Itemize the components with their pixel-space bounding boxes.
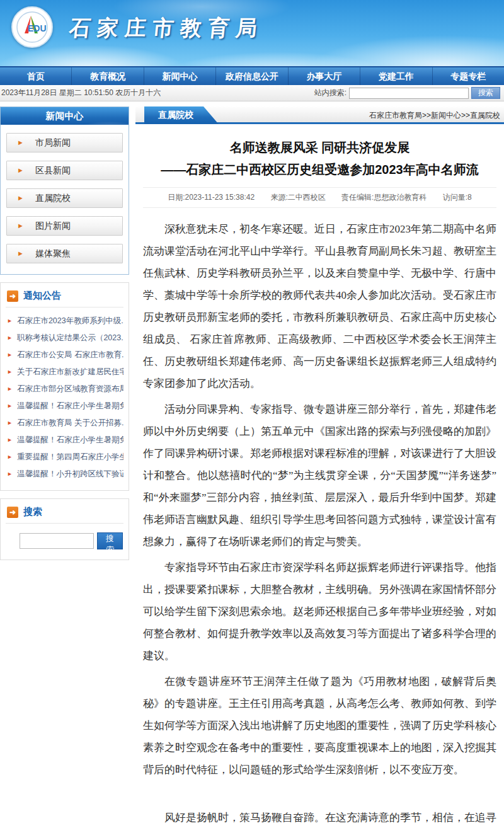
article-body: 深秋意犹未尽，初冬乍寒还暖。近日，石家庄市2023年第二期高中名师流动课堂活动在… bbox=[142, 208, 498, 833]
nav-item[interactable]: 新闻中心 bbox=[144, 67, 215, 85]
news-center-menu: ► 市局新闻 ► 区县新闻 ► 直属院校 ► bbox=[1, 125, 129, 274]
article-meta-field: 来源:二中西校区 bbox=[270, 193, 325, 202]
notice-list-item-label: 石家庄市2023年教师系列中级... bbox=[17, 313, 123, 330]
arrow-right-icon: ► bbox=[17, 189, 24, 207]
arrow-badge-icon: ➜ bbox=[7, 290, 18, 302]
main-column: 直属院校 石家庄市教育局>>新闻中心>>直属院校 名师送教展风采 同研共济促发展… bbox=[135, 106, 504, 833]
notice-list-item-label: 温馨提醒！石家庄小学生暑期免费... bbox=[17, 432, 123, 449]
site-search: 站内搜索: 搜索 bbox=[314, 87, 500, 99]
article-title-line1: 名师送教展风采 同研共济促发展 bbox=[230, 141, 410, 154]
site-search-input[interactable] bbox=[349, 88, 469, 99]
site-logo-emblem: EDU bbox=[16, 11, 49, 43]
site-search-label: 站内搜索: bbox=[314, 88, 346, 98]
triangle-bullet-icon: ► bbox=[7, 347, 13, 364]
article-title-line2: ——石家庄二中西校区历史组受邀参加2023年高中名师流 bbox=[161, 163, 479, 176]
sidebar-menu-item-label: 媒体聚焦 bbox=[35, 248, 71, 258]
nav-item[interactable]: 政府信息公开 bbox=[215, 67, 287, 85]
sidebar-menu-item-label: 图片新闻 bbox=[35, 221, 71, 231]
nav-item[interactable]: 首页 bbox=[0, 67, 71, 85]
news-center-panel: 新闻中心 ► 市局新闻 ► 区县新闻 ► 直属院校 bbox=[0, 106, 129, 275]
search-panel-form: 搜索 bbox=[6, 524, 123, 552]
article-meta: 日期:2023-11-23 15:38:42 来源:二中西校区 责任编辑:思想政… bbox=[143, 187, 496, 208]
datetime-text: 2023年11月28日 星期二 10:51:50 农历十月十六 bbox=[1, 88, 161, 98]
site-search-button[interactable]: 搜索 bbox=[471, 87, 500, 99]
article-paragraph: 专家指导环节由石家庄市资深学科名师赵振辉老师进行评课指导。他指出，授课要紧扣课标… bbox=[143, 556, 496, 667]
site-banner: EDU 石家庄市教育局 bbox=[0, 0, 504, 66]
notice-list-item-label: 温馨提醒！小升初跨区线下验证时... bbox=[17, 466, 123, 483]
main-nav: 首页 教育概况 新闻中心 政府信息公开 办事大厅 党建工作 专题专栏 bbox=[0, 66, 504, 85]
notice-list-item[interactable]: ► 石家庄市公安局 石家庄市教育... bbox=[7, 347, 123, 364]
sidebar-menu-item[interactable]: ► 市局新闻 bbox=[6, 133, 123, 152]
arrow-right-icon: ► bbox=[17, 244, 24, 263]
triangle-bullet-icon: ► bbox=[7, 415, 13, 432]
triangle-bullet-icon: ► bbox=[7, 398, 13, 415]
article-paragraph: 在微专题讲座环节王润萍主任做了题为《巧用教材地图，破解背后奥秘》的专题讲座。王主… bbox=[143, 670, 496, 781]
arrow-right-icon: ► bbox=[17, 161, 24, 180]
tab-current-section[interactable]: 直属院校 bbox=[144, 106, 219, 124]
notice-list-item[interactable]: ► 关于石家庄市新改扩建居民住宅项... bbox=[7, 364, 123, 381]
notice-list-item-label: 职称考核认定结果公示（2023... bbox=[17, 330, 123, 347]
sidebar-menu-item-label: 直属院校 bbox=[35, 193, 71, 203]
article-paragraph: 活动分同课异构、专家指导、微专题讲座三部分举行，首先，郑建伟老师以中外历史纲要（… bbox=[143, 398, 496, 553]
news-center-title: 新闻中心 bbox=[1, 107, 129, 125]
notice-panel-header: ➜ 通知公告 bbox=[6, 289, 123, 307]
triangle-bullet-icon: ► bbox=[7, 466, 13, 483]
notice-list-item-label: 石家庄市教育局 关于公开招募... bbox=[17, 415, 123, 432]
article-title: 名师送教展风采 同研共济促发展 ——石家庄二中西校区历史组受邀参加2023年高中… bbox=[149, 137, 490, 181]
notice-list-item[interactable]: ► 石家庄市部分区域教育资源布局规... bbox=[7, 381, 123, 398]
search-panel: ➜ 搜索 搜索 bbox=[0, 498, 129, 560]
sidebar-search-input[interactable] bbox=[20, 533, 94, 549]
info-bar: 2023年11月28日 星期二 10:51:50 农历十月十六 站内搜索: 搜索 bbox=[0, 85, 504, 101]
triangle-bullet-icon: ► bbox=[7, 381, 13, 398]
sidebar-search-button[interactable]: 搜索 bbox=[97, 532, 123, 549]
notice-list-item-label: 石家庄市公安局 石家庄市教育... bbox=[17, 347, 123, 364]
article-meta-field: 责任编辑:思想政治教育科 bbox=[341, 193, 427, 202]
sidebar-menu-item-label: 市局新闻 bbox=[35, 137, 71, 147]
notice-list-item[interactable]: ► 石家庄市教育局 关于公开招募... bbox=[7, 415, 123, 432]
triangle-bullet-icon: ► bbox=[7, 364, 13, 381]
article-paragraph: 深秋意犹未尽，初冬乍寒还暖。近日，石家庄市2023年第二期高中名师流动课堂活动在… bbox=[143, 218, 496, 394]
notice-list-item-label: 关于石家庄市新改扩建居民住宅项... bbox=[17, 364, 123, 381]
article-paragraph: 风好是扬帆时，策马扬鞭自奋蹄。在这充满诗意的季节，相信，在追寻理想课堂的过程中，… bbox=[143, 807, 496, 833]
section-tab-bar: 直属院校 石家庄市教育局>>新闻中心>>直属院校 bbox=[135, 106, 504, 124]
search-panel-title: 搜索 bbox=[23, 506, 42, 518]
site-logo-text: EDU bbox=[28, 23, 47, 33]
notice-list-item[interactable]: ► 职称考核认定结果公示（2023... bbox=[7, 330, 123, 347]
triangle-bullet-icon: ► bbox=[7, 330, 13, 347]
notice-list-item-label: 石家庄市部分区域教育资源布局规... bbox=[17, 381, 123, 398]
sidebar-menu-item[interactable]: ► 图片新闻 bbox=[6, 216, 123, 236]
notice-list-item[interactable]: ► 温馨提醒！石家庄小学生暑期免费... bbox=[7, 398, 123, 415]
arrow-right-icon: ► bbox=[17, 134, 24, 152]
nav-item[interactable]: 教育概况 bbox=[71, 67, 143, 85]
notice-list-item-label: 重要提醒！第四周石家庄小学生暑... bbox=[17, 449, 123, 466]
triangle-bullet-icon: ► bbox=[7, 449, 13, 466]
notice-panel: ➜ 通知公告 ► 石家庄市2023年教师系列中级... ► 职称考核认定结果公示… bbox=[0, 282, 129, 491]
site-logo: EDU bbox=[11, 6, 53, 48]
nav-item[interactable]: 党建工作 bbox=[360, 67, 432, 85]
notice-panel-title: 通知公告 bbox=[23, 290, 61, 302]
notice-list: ► 石家庄市2023年教师系列中级... ► 职称考核认定结果公示（2023..… bbox=[6, 307, 123, 483]
notice-list-item-label: 温馨提醒！石家庄小学生暑期免费... bbox=[17, 398, 123, 415]
notice-list-item[interactable]: ► 石家庄市2023年教师系列中级... bbox=[7, 313, 123, 330]
content-area: 新闻中心 ► 市局新闻 ► 区县新闻 ► 直属院校 bbox=[0, 101, 504, 833]
site-title: 石家庄市教育局 bbox=[68, 14, 265, 43]
triangle-bullet-icon: ► bbox=[7, 313, 13, 330]
search-panel-header: ➜ 搜索 bbox=[6, 505, 123, 524]
sidebar: 新闻中心 ► 市局新闻 ► 区县新闻 ► 直属院校 bbox=[0, 106, 129, 560]
breadcrumb[interactable]: 石家庄市教育局>>新闻中心>>直属院校 bbox=[369, 106, 500, 124]
notice-list-item[interactable]: ► 温馨提醒！小升初跨区线下验证时... bbox=[7, 466, 123, 483]
article: 名师送教展风采 同研共济促发展 ——石家庄二中西校区历史组受邀参加2023年高中… bbox=[135, 137, 504, 833]
article-meta-field: 日期:2023-11-23 15:38:42 bbox=[168, 193, 255, 202]
notice-list-item[interactable]: ► 重要提醒！第四周石家庄小学生暑... bbox=[7, 449, 123, 466]
notice-list-item[interactable]: ► 温馨提醒！石家庄小学生暑期免费... bbox=[7, 432, 123, 449]
article-meta-field: 访问量:8 bbox=[443, 193, 472, 202]
nav-item[interactable]: 专题专栏 bbox=[432, 67, 504, 85]
sidebar-menu-item[interactable]: ► 直属院校 bbox=[6, 188, 123, 208]
nav-item[interactable]: 办事大厅 bbox=[288, 67, 360, 85]
sidebar-menu-item-label: 区县新闻 bbox=[35, 165, 71, 175]
arrow-badge-icon: ➜ bbox=[7, 507, 18, 518]
triangle-bullet-icon: ► bbox=[7, 432, 13, 449]
arrow-right-icon: ► bbox=[17, 217, 24, 235]
sidebar-menu-item[interactable]: ► 媒体聚焦 bbox=[6, 244, 123, 263]
sidebar-menu-item[interactable]: ► 区县新闻 bbox=[6, 161, 123, 180]
